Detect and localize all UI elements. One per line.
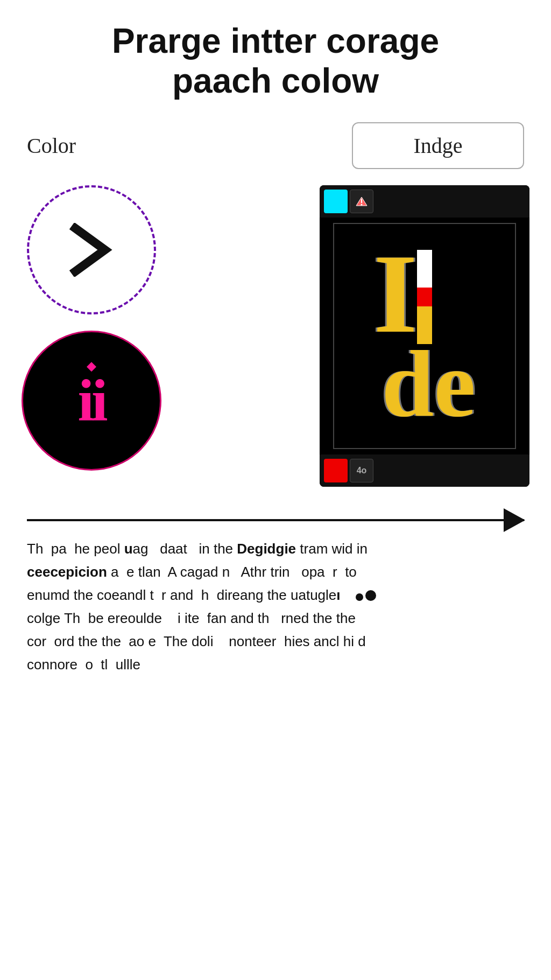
- indge-button[interactable]: Indge: [352, 122, 524, 169]
- body-line1: Th pa he peol uag daat in the Degidgie t…: [27, 537, 524, 561]
- svg-point-2: [361, 204, 363, 206]
- title-line2: paach colow: [172, 61, 379, 100]
- title-line1: Prarge intter corage: [112, 22, 439, 60]
- ide-toolbar-triangle-btn[interactable]: [350, 190, 373, 213]
- body-line2: ceecepicion a e tlan A cagad n Athr trin…: [27, 561, 524, 584]
- color-label: Color: [27, 133, 76, 158]
- ide-footer-label: 4o: [357, 466, 367, 475]
- body-line6: connore o tl ullle: [27, 653, 524, 676]
- dashed-circle-icon[interactable]: [27, 185, 156, 314]
- arrow-line: [27, 519, 524, 521]
- ide-content: I de: [320, 218, 529, 454]
- body-line3: enumd the coeandl t r and h direang the …: [27, 584, 524, 607]
- ide-letter-de: de: [382, 342, 476, 427]
- black-circle-icon[interactable]: ii: [22, 331, 161, 471]
- ide-footer-label-btn[interactable]: 4o: [350, 459, 373, 482]
- ii-text: ii: [77, 371, 105, 430]
- stripe-overlay: [417, 250, 432, 344]
- body-line5: cor ord the the ao e The doli nonteer hi…: [27, 630, 524, 653]
- ide-toolbar: [320, 185, 529, 218]
- icons-row: ii I: [16, 185, 535, 487]
- label-row: Color Indge: [16, 122, 535, 169]
- body-line4: colge Th be ereoulde i ite fan and th rn…: [27, 607, 524, 630]
- ide-footer: 4o: [320, 454, 529, 487]
- chevron-right-icon: [65, 223, 118, 277]
- arrow-row: [16, 519, 535, 521]
- page-container: Prarge intter corage paach colow Color I…: [0, 0, 551, 980]
- left-icons: ii: [22, 185, 161, 471]
- ide-window: I de 4o: [320, 185, 529, 487]
- body-text: Th pa he peol uag daat in the Degidgie t…: [16, 537, 535, 676]
- ide-toolbar-cyan-btn[interactable]: [324, 190, 348, 213]
- page-title: Prarge intter corage paach colow: [16, 22, 535, 101]
- ide-footer-red-btn[interactable]: [324, 459, 348, 482]
- ide-inner: I de: [333, 223, 516, 449]
